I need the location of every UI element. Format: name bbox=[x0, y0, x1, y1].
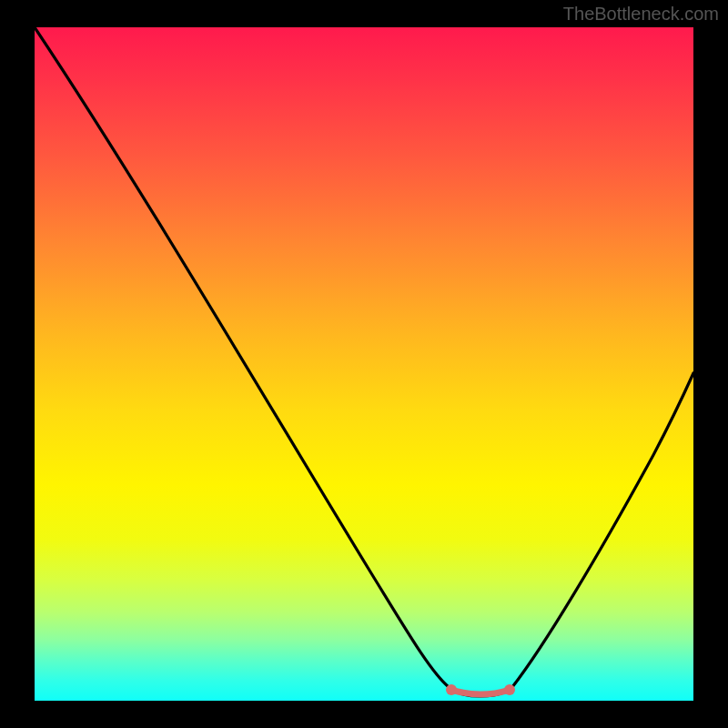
watermark-text: TheBottleneck.com bbox=[563, 4, 719, 25]
bottleneck-curve bbox=[35, 27, 693, 696]
marker-left bbox=[446, 684, 457, 695]
marker-right bbox=[504, 684, 515, 695]
chart-frame: TheBottleneck.com bbox=[0, 0, 728, 728]
curve-layer bbox=[35, 27, 693, 701]
plot-area bbox=[35, 27, 693, 701]
flat-segment bbox=[451, 690, 510, 694]
